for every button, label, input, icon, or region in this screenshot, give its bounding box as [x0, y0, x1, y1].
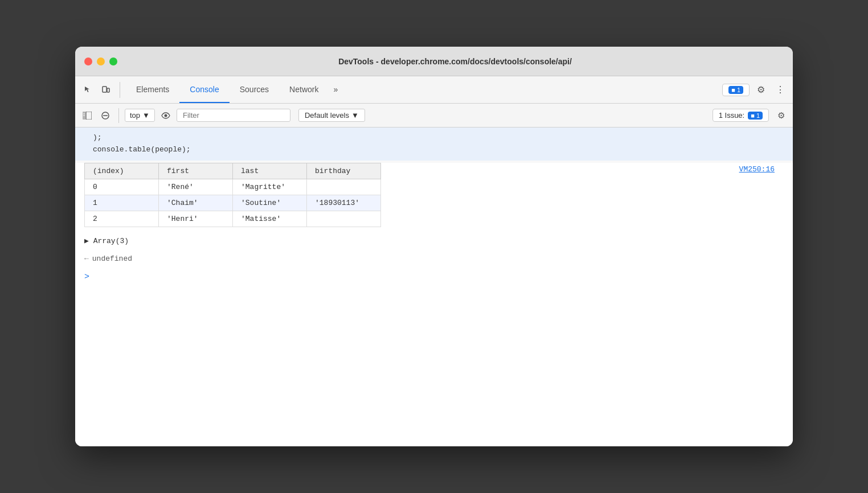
- issue-badge-icon: ■: [751, 112, 755, 119]
- cell-first: 'Chaim': [159, 195, 233, 211]
- col-birthday: birthday: [307, 163, 381, 179]
- inspect-icon[interactable]: [80, 82, 96, 98]
- table-header-row: (index) first last birthday: [85, 163, 381, 179]
- data-table: (index) first last birthday 0'René''Magr…: [84, 163, 381, 227]
- sidebar-toggle-icon[interactable]: [80, 108, 95, 123]
- svg-point-8: [164, 114, 167, 117]
- col-index: (index): [85, 163, 159, 179]
- cell-index: 1: [85, 195, 159, 211]
- issue-count: 1: [737, 87, 740, 93]
- svg-rect-3: [86, 112, 92, 120]
- tab-network[interactable]: Network: [279, 76, 329, 103]
- cell-last: 'Soutine': [233, 195, 307, 211]
- cell-last: 'Matisse': [233, 211, 307, 227]
- svg-rect-1: [107, 88, 109, 92]
- table-row: 1'Chaim''Soutine''18930113': [85, 195, 381, 211]
- traffic-lights: [84, 57, 117, 65]
- data-table-wrapper: (index) first last birthday 0'René''Magr…: [75, 163, 793, 232]
- console-toolbar: top ▼ Default levels ▼ 1 Issue: ■ 1 ⚙: [75, 104, 793, 128]
- console-prompt[interactable]: >: [75, 268, 793, 286]
- log-level-selector[interactable]: Default levels ▼: [298, 109, 365, 122]
- console-content: ); console.table(people); VM250:16 (inde…: [75, 128, 793, 446]
- cell-birthday: [307, 211, 381, 227]
- minimize-button[interactable]: [97, 57, 105, 65]
- cell-index: 0: [85, 179, 159, 195]
- tab-console[interactable]: Console: [179, 76, 229, 103]
- code-block: ); console.table(people);: [75, 128, 793, 161]
- tab-elements[interactable]: Elements: [126, 76, 179, 103]
- cell-birthday: '18930113': [307, 195, 381, 211]
- cell-first: 'Henri': [159, 211, 233, 227]
- svg-rect-0: [103, 87, 107, 92]
- array-toggle[interactable]: ▶ Array(3): [75, 232, 793, 250]
- issue-badge: ■ 1: [728, 86, 743, 94]
- filter-input[interactable]: [177, 109, 290, 122]
- cell-index: 2: [85, 211, 159, 227]
- main-toolbar: Elements Console Sources Network » ■ 1 ⚙…: [75, 76, 793, 104]
- eye-icon[interactable]: [158, 108, 173, 123]
- issue-button[interactable]: ■ 1: [722, 84, 750, 96]
- devtools-window: DevTools - developer.chrome.com/docs/dev…: [75, 47, 793, 446]
- chevron-down-icon: ▼: [351, 111, 359, 120]
- return-arrow: ←: [84, 254, 89, 263]
- log-level-label: Default levels: [305, 111, 349, 120]
- close-button[interactable]: [84, 57, 92, 65]
- context-label: top: [130, 111, 140, 120]
- titlebar: DevTools - developer.chrome.com/docs/dev…: [75, 47, 793, 76]
- separator: [120, 82, 120, 98]
- code-line-2: console.table(people);: [93, 144, 784, 156]
- cell-last: 'Magritte': [233, 179, 307, 195]
- array-label: ▶ Array(3): [84, 236, 129, 245]
- col-first: first: [159, 163, 233, 179]
- table-row: 0'René''Magritte': [85, 179, 381, 195]
- undefined-value: undefined: [92, 254, 132, 263]
- context-selector[interactable]: top ▼: [125, 109, 155, 122]
- separator: [118, 108, 119, 123]
- maximize-button[interactable]: [109, 57, 117, 65]
- tab-sources[interactable]: Sources: [230, 76, 279, 103]
- issue-prefix: 1 Issue:: [719, 111, 745, 120]
- dropdown-icon: ▼: [142, 111, 150, 120]
- cell-first: 'René': [159, 179, 233, 195]
- settings-icon[interactable]: ⚙: [753, 82, 769, 98]
- more-tabs-button[interactable]: »: [329, 76, 342, 103]
- more-options-icon[interactable]: ⋮: [772, 82, 788, 98]
- console-toolbar-right: 1 Issue: ■ 1 ⚙: [713, 108, 788, 123]
- code-line-1: );: [93, 132, 784, 144]
- issue-icon: ■: [731, 87, 735, 93]
- clear-icon[interactable]: [98, 108, 113, 123]
- device-icon[interactable]: [98, 82, 114, 98]
- col-last: last: [233, 163, 307, 179]
- tab-bar: Elements Console Sources Network »: [126, 76, 342, 103]
- vm-link[interactable]: VM250:16: [739, 163, 784, 176]
- issue-count-badge: ■ 1: [748, 112, 763, 120]
- prompt-symbol: >: [84, 272, 89, 282]
- issue-count-button[interactable]: 1 Issue: ■ 1: [713, 109, 769, 122]
- console-settings-icon[interactable]: ⚙: [773, 108, 788, 123]
- undefined-row: ← undefined: [75, 250, 793, 268]
- issue-num: 1: [756, 112, 760, 119]
- toolbar-right: ■ 1 ⚙ ⋮: [722, 82, 788, 98]
- cell-birthday: [307, 179, 381, 195]
- table-row: 2'Henri''Matisse': [85, 211, 381, 227]
- window-title: DevTools - developer.chrome.com/docs/dev…: [126, 57, 784, 66]
